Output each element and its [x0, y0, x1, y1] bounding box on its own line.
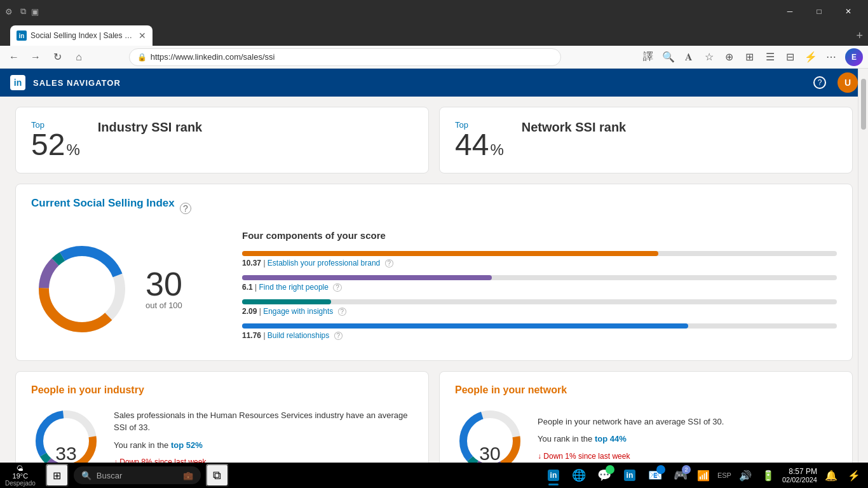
rank-cards-row: Top 52 % Industry SSI rank Top 44 % Netw…: [15, 107, 853, 173]
linkedin-taskbar-icon[interactable]: in: [542, 464, 565, 487]
taskbar-center: in 🌐 💬 in 📧 🎮 2: [542, 464, 692, 487]
time-display: 8:57 PM: [789, 467, 817, 476]
component-bar-brand: [242, 251, 658, 256]
whatsapp-taskbar-icon[interactable]: 💬: [593, 464, 616, 487]
weather-widget[interactable]: 🌤 19°C Despejado: [5, 464, 36, 487]
industry-description: Sales professionals in the Human Resourc…: [114, 409, 413, 434]
outlook-taskbar-icon[interactable]: 📧: [644, 464, 667, 487]
edge-taskbar-icon[interactable]: 🌐: [567, 464, 590, 487]
browser-ext-button[interactable]: ⚡: [802, 48, 820, 66]
industry-score: 33: [51, 444, 82, 463]
minimize-button[interactable]: ─: [775, 1, 804, 22]
zoom-button[interactable]: 🔍: [660, 48, 677, 66]
back-button[interactable]: ←: [5, 48, 23, 66]
ssi-help-icon[interactable]: ?: [180, 203, 191, 214]
component-help-insights[interactable]: ?: [338, 308, 347, 316]
new-tab-button[interactable]: +: [851, 25, 868, 46]
linkedin-app-icon[interactable]: in: [618, 464, 641, 487]
minimize-icon: ─: [787, 7, 793, 16]
tab-close-icon[interactable]: ✕: [139, 30, 146, 41]
network-rank-percent: %: [490, 141, 503, 159]
task-view-button[interactable]: ⧉: [206, 464, 229, 487]
system-icons-left: ⚙: [5, 7, 13, 17]
taskbar-search[interactable]: 🔍 Buscar 💼: [74, 466, 201, 484]
action-center-button[interactable]: ⚡: [845, 467, 863, 484]
people-cards-row: People in your industry 33 out of 100: [15, 371, 853, 463]
maximize-icon: □: [817, 7, 821, 16]
component-item-insights: 2.09 | Engage with insights ?: [242, 299, 837, 316]
network-rank-card: Top 44 % Network SSI rank: [439, 107, 853, 173]
search-icon: 🔍: [81, 471, 92, 480]
tab-title: Social Selling Index | Sales Navig...: [31, 31, 132, 40]
weather-desc: Despejado: [5, 480, 36, 487]
scrollbar-thumb[interactable]: [861, 79, 866, 130]
home-button[interactable]: ⌂: [70, 48, 88, 66]
network-people-body: 30 out of 100 People in your network hav…: [455, 406, 837, 463]
scrollbar[interactable]: [858, 69, 868, 463]
component-value-insights: 2.09: [242, 307, 257, 316]
discord-taskbar-icon[interactable]: 🎮 2: [669, 464, 692, 487]
clock-display: 8:57 PM 02/02/2024: [782, 467, 817, 484]
industry-rank-title: Industry SSI rank: [98, 120, 203, 135]
network-rank-text: You rank in the top 44%: [538, 433, 837, 445]
industry-people-title: People in your industry: [31, 384, 413, 396]
notification-button[interactable]: 🔔: [822, 467, 840, 484]
window-icon: ▣: [31, 7, 39, 17]
forward-button[interactable]: →: [27, 48, 44, 66]
user-avatar[interactable]: U: [837, 72, 858, 93]
ssi-donut-svg: [31, 238, 133, 340]
briefcase-icon: 💼: [183, 471, 193, 480]
component-bar-bg-rel: [242, 323, 837, 329]
component-item-brand: 10.37 | Establish your professional bran…: [242, 251, 837, 268]
network-change: ↓ Down 1% since last week: [538, 451, 837, 462]
network-button[interactable]: 📶: [695, 467, 712, 484]
linkedin-logo: in: [10, 75, 25, 90]
volume-button[interactable]: 🔊: [736, 467, 754, 484]
nav-title: SALES NAVIGATOR: [33, 78, 121, 88]
sidebar-button[interactable]: ⊞: [741, 48, 759, 66]
reload-button[interactable]: ↻: [48, 48, 66, 66]
maximize-button[interactable]: □: [804, 1, 834, 22]
main-content: Top 52 % Industry SSI rank Top 44 % Netw…: [0, 97, 868, 463]
close-icon: ✕: [845, 7, 851, 16]
whatsapp-badge: [606, 465, 614, 474]
network-rank-prefix: You rank in the: [538, 434, 595, 444]
translate-button[interactable]: 譯: [639, 48, 657, 66]
address-bar: ← → ↻ ⌂ 🔒 https://www.linkedin.com/sales…: [0, 46, 868, 69]
window-controls: ─ □ ✕: [775, 1, 863, 22]
extensions-button[interactable]: ⊕: [721, 48, 738, 66]
start-button[interactable]: ⊞: [46, 464, 69, 487]
industry-people-body: 33 out of 100 Sales professionals in the…: [31, 406, 413, 463]
component-value-people: 6.1: [242, 283, 253, 292]
ssi-title: Current Social Selling Index: [31, 197, 175, 210]
question-circle-icon: ?: [813, 76, 826, 89]
component-bar-bg-people: [242, 275, 837, 280]
component-help-brand[interactable]: ?: [385, 259, 394, 268]
tab-strip: in Social Selling Index | Sales Navig...…: [0, 23, 868, 46]
industry-people-card: People in your industry 33 out of 100: [15, 371, 429, 463]
network-people-info: People in your network have an average S…: [538, 416, 837, 462]
read-aloud-button[interactable]: 𝐀: [680, 48, 698, 66]
outlook-badge: [656, 465, 665, 474]
battery-button[interactable]: 🔋: [759, 467, 777, 484]
more-button[interactable]: ⋯: [822, 48, 840, 66]
components-title: Four components of your score: [242, 230, 837, 241]
component-item-relationships: 11.76 | Build relationships ?: [242, 323, 837, 340]
component-help-rel[interactable]: ?: [334, 332, 343, 340]
discord-badge: 2: [682, 465, 691, 474]
taskbar: 🌤 19°C Despejado ⊞ 🔍 Buscar 💼 ⧉ in 🌐 💬: [0, 463, 868, 488]
component-name-insights: Engage with insights: [263, 307, 333, 316]
collections-button[interactable]: ⊟: [782, 48, 799, 66]
profile-avatar[interactable]: E: [845, 48, 863, 66]
favorites-button[interactable]: ☆: [700, 48, 718, 66]
taskbar-right: 📶 ESP 🔊 🔋 8:57 PM 02/02/2024 🔔 ⚡: [695, 467, 863, 484]
reading-list-button[interactable]: ☰: [761, 48, 779, 66]
url-input[interactable]: 🔒 https://www.linkedin.com/sales/ssi: [129, 48, 561, 66]
close-button[interactable]: ✕: [834, 1, 863, 22]
component-help-people[interactable]: ?: [333, 283, 342, 292]
component-bar-bg-brand: [242, 251, 837, 256]
date-display: 02/02/2024: [782, 476, 817, 484]
active-tab[interactable]: in Social Selling Index | Sales Navig...…: [10, 25, 153, 46]
help-button[interactable]: ?: [810, 72, 830, 93]
browser-action-buttons: 譯 🔍 𝐀 ☆ ⊕ ⊞ ☰ ⊟ ⚡ ⋯ E: [639, 48, 863, 66]
